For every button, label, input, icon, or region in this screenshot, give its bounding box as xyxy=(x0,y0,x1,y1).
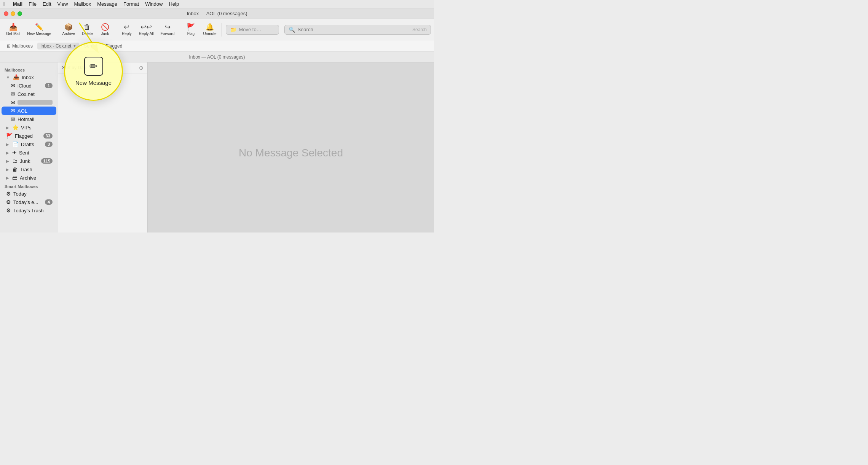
toolbar: 📥 Get Mail ✏️ New Message 📦 Archive 🗑 De… xyxy=(0,19,434,40)
content-area: No Message Selected xyxy=(148,62,434,232)
sidebar-item-junk[interactable]: ▶ 🗂 Junk 115 xyxy=(2,157,56,165)
divider-4 xyxy=(222,23,222,37)
menu-file[interactable]: File xyxy=(29,1,37,7)
sidebar-item-todays-email[interactable]: ⚙ Today's e... 4 xyxy=(2,198,56,206)
archive-disclosure-icon: ▶ xyxy=(6,176,9,180)
menu-mail[interactable]: Mail xyxy=(13,1,22,7)
message-list: Sort by Date ▼ ⊙ xyxy=(58,62,148,232)
sidebar-item-today[interactable]: ⚙ Today xyxy=(2,190,56,198)
hotmail-icon: ✉ xyxy=(11,116,15,122)
sent-disclosure-icon: ▶ xyxy=(6,151,9,155)
sidebar-item-coxnet[interactable]: ✉ Cox.net xyxy=(2,90,56,98)
junk-label: Junk xyxy=(20,158,39,164)
forward-button[interactable]: ↪ Forward xyxy=(158,22,178,37)
sidebar-item-flagged[interactable]: 🚩 Flagged 33 xyxy=(2,132,56,140)
menu-format[interactable]: Format xyxy=(123,1,139,7)
menu-mailbox[interactable]: Mailbox xyxy=(74,1,91,7)
menu-message[interactable]: Message xyxy=(97,1,117,7)
new-message-button[interactable]: ✏️ New Message xyxy=(24,22,54,37)
window-title: Inbox — AOL (0 messages) xyxy=(187,11,247,16)
drafts-icon: 📄 xyxy=(12,141,19,147)
inbox-icon: 📥 xyxy=(13,74,19,80)
vips-label: VIPs xyxy=(21,125,53,131)
mailboxes-icon: ⊞ xyxy=(7,43,11,49)
sidebar-item-sent[interactable]: ▶ ✈ Sent xyxy=(2,148,56,157)
flagged-badge: 33 xyxy=(43,133,53,139)
tab-flagged[interactable]: Flagged xyxy=(103,43,125,49)
search-icon: 🔍 xyxy=(289,27,295,33)
reply-icon: ↩ xyxy=(124,24,129,30)
subtitle-text: Inbox — AOL (0 messages) xyxy=(189,54,245,60)
menu-window[interactable]: Window xyxy=(145,1,163,7)
delete-button[interactable]: 🗑 Delete xyxy=(79,22,96,37)
todays-email-icon: ⚙ xyxy=(6,199,11,205)
junk-sidebar-icon: 🗂 xyxy=(12,158,18,164)
drafts-label: Drafts xyxy=(21,142,43,147)
sidebar-item-drafts[interactable]: ▶ 📄 Drafts 3 xyxy=(2,140,56,148)
close-button[interactable] xyxy=(4,11,8,16)
window-controls xyxy=(4,11,22,16)
forward-icon: ↪ xyxy=(165,24,171,30)
todays-email-badge: 4 xyxy=(45,199,53,205)
sidebar-item-trash[interactable]: ▶ 🗑 Trash xyxy=(2,165,56,174)
tab-sent[interactable]: Sent ▼ xyxy=(81,43,101,49)
junk-button[interactable]: 🚫 Junk xyxy=(97,22,113,37)
sidebar-item-todays-trash[interactable]: ⚙ Today's Trash xyxy=(2,206,56,215)
search-box[interactable]: 🔍 Search xyxy=(284,25,431,35)
vips-disclosure-icon: ▶ xyxy=(6,126,9,130)
get-mail-label: Get Mail xyxy=(6,32,20,36)
sidebar-item-icloud[interactable]: ✉ iCloud 1 xyxy=(2,81,56,90)
compose-icon: ✏️ xyxy=(35,24,43,30)
minimize-button[interactable] xyxy=(11,11,15,16)
menu-view[interactable]: View xyxy=(57,1,68,7)
subtitle-bar: Inbox — AOL (0 messages) xyxy=(0,52,434,62)
sidebar-item-vips[interactable]: ▶ ⭐ VIPs xyxy=(2,123,56,132)
archive-button[interactable]: 📦 Archive xyxy=(59,22,78,37)
flagged-tab-label: Flagged xyxy=(106,43,122,49)
sidebar-item-redacted[interactable]: ✉ xyxy=(2,98,56,107)
maximize-button[interactable] xyxy=(18,11,22,16)
get-mail-button[interactable]: 📥 Get Mail xyxy=(3,22,23,37)
search-input[interactable] xyxy=(297,27,410,32)
main-layout: Mailboxes ▼ 📥 Inbox ✉ iCloud 1 ✉ Cox.net… xyxy=(0,62,434,232)
sidebar-item-inbox[interactable]: ▼ 📥 Inbox xyxy=(2,73,56,81)
move-to-button[interactable]: 📁 Move to… xyxy=(226,25,279,35)
reply-button[interactable]: ↩ Reply xyxy=(118,22,135,37)
tab-inbox[interactable]: Inbox - Cox.net ▼ xyxy=(37,43,79,49)
smart-mailboxes-section-label: Smart Mailboxes xyxy=(0,182,58,190)
divider-3 xyxy=(180,23,180,37)
reply-all-label: Reply All xyxy=(139,32,154,36)
sidebar-item-archive[interactable]: ▶ 🗃 Archive xyxy=(2,174,56,182)
aol-icon: ✉ xyxy=(11,108,15,114)
sidebar-item-hotmail[interactable]: ✉ Hotmail xyxy=(2,115,56,123)
reply-all-button[interactable]: ↩↩ Reply All xyxy=(136,22,157,37)
trash-label: Trash xyxy=(20,167,53,172)
archive-sidebar-icon: 🗃 xyxy=(12,175,18,181)
sort-button[interactable]: Sort by Date ▼ xyxy=(62,65,92,70)
unmute-button[interactable]: 🔔 Unmute xyxy=(200,22,219,37)
delete-label: Delete xyxy=(82,32,93,36)
tab-mailboxes[interactable]: ⊞ Mailboxes xyxy=(4,43,36,49)
flag-group: 🚩 Flag xyxy=(182,22,199,37)
trash-sidebar-icon: 🗑 xyxy=(12,166,18,172)
vips-icon: ⭐ xyxy=(12,124,19,131)
unmute-label: Unmute xyxy=(203,32,216,36)
drafts-badge: 3 xyxy=(45,142,53,147)
menubar:  Mail File Edit View Mailbox Message Fo… xyxy=(0,0,434,8)
forward-label: Forward xyxy=(161,32,175,36)
todays-email-label: Today's e... xyxy=(13,199,43,205)
flagged-sidebar-label: Flagged xyxy=(15,133,41,139)
hotmail-label: Hotmail xyxy=(18,116,53,122)
filter-icon[interactable]: ⊙ xyxy=(139,65,144,71)
menu-edit[interactable]: Edit xyxy=(43,1,51,7)
chevron-down-icon-2: ▼ xyxy=(95,44,98,48)
chevron-down-icon: ▼ xyxy=(73,44,76,48)
apple-menu[interactable]:  xyxy=(3,1,5,8)
drafts-disclosure-icon: ▶ xyxy=(6,142,9,147)
flag-button[interactable]: 🚩 Flag xyxy=(182,22,199,37)
menu-help[interactable]: Help xyxy=(169,1,179,7)
sent-tab-label: Sent xyxy=(84,43,93,49)
junk-label: Junk xyxy=(101,32,109,36)
sidebar-item-aol[interactable]: ✉ AOL xyxy=(2,107,56,115)
archive-icon: 📦 xyxy=(64,24,73,30)
